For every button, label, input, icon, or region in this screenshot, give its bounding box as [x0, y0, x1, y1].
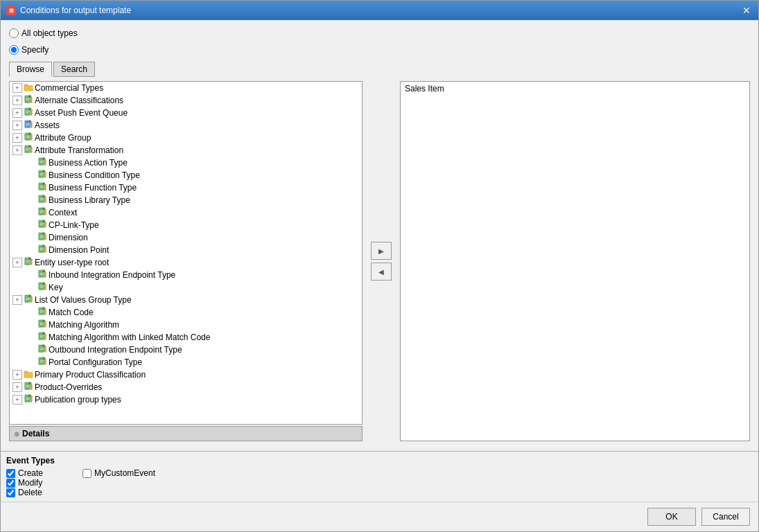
expand-icon[interactable]: + [12, 295, 22, 305]
expand-icon[interactable]: + [12, 83, 22, 93]
cancel-button[interactable]: Cancel [701, 508, 750, 526]
tree-node-label: Alternate Classifications [35, 96, 123, 105]
add-button[interactable]: ▶ [371, 242, 392, 260]
radio-specify-input[interactable] [9, 45, 19, 55]
expand-icon[interactable]: + [12, 258, 22, 267]
tree-node-label: CP-Link-Type [49, 220, 99, 230]
tree-node-icon [24, 82, 33, 94]
bottom-section: Event Types Create Modify Delete MyCusto… [1, 451, 758, 531]
tree-item[interactable]: Context [10, 206, 362, 219]
svg-rect-46 [45, 196, 46, 202]
svg-rect-5 [26, 100, 29, 100]
tree-node-label: Match Code [49, 308, 94, 317]
svg-rect-50 [40, 212, 43, 213]
tree-item[interactable]: Business Condition Type [10, 169, 362, 181]
close-button[interactable]: ✕ [740, 4, 753, 17]
tree-item[interactable]: + Assets [10, 119, 362, 132]
tree-item[interactable]: + Asset Push Event Queue [10, 107, 362, 119]
expand-icon[interactable]: + [12, 133, 22, 143]
svg-rect-10 [26, 112, 29, 113]
tree-node-label: Business Action Type [49, 158, 128, 168]
tree-item[interactable]: + List Of Values Group Type [10, 294, 362, 306]
svg-rect-61 [45, 233, 46, 240]
tree-item[interactable]: + Attribute Group [10, 132, 362, 144]
tree-container[interactable]: + Commercial Types + Alternate Classific… [9, 81, 363, 425]
tree-item[interactable]: + Commercial Types [10, 82, 362, 94]
tree-node-label: Business Condition Type [49, 170, 140, 180]
tree-item[interactable]: Match Code [10, 306, 362, 319]
svg-rect-111 [45, 358, 46, 364]
svg-rect-121 [26, 398, 30, 398]
svg-rect-39 [40, 186, 44, 186]
main-content: + Commercial Types + Alternate Classific… [9, 81, 750, 441]
tree-item[interactable]: Dimension Point [10, 244, 362, 256]
svg-rect-54 [40, 223, 44, 224]
tree-item[interactable]: Matching Algorithm with Linked Match Cod… [10, 331, 362, 344]
tab-browse[interactable]: Browse [9, 62, 52, 77]
tree-item[interactable]: Business Library Type [10, 194, 362, 206]
tree-node-label: Assets [35, 121, 60, 130]
svg-rect-115 [29, 382, 31, 384]
tree-node-icon [37, 282, 47, 294]
radio-specify: Specify [9, 44, 750, 56]
tree-node-label: Business Function Type [49, 183, 137, 193]
remove-button[interactable]: ◀ [371, 263, 392, 281]
svg-rect-93 [43, 319, 45, 321]
checkbox-delete[interactable] [6, 488, 15, 497]
tree-item[interactable]: + Primary Product Classification [10, 369, 362, 381]
expand-icon[interactable]: + [12, 395, 22, 405]
expand-icon[interactable]: + [12, 382, 22, 392]
svg-rect-0 [24, 85, 33, 91]
tree-item[interactable]: + Product-Overrides [10, 381, 362, 393]
tree-item[interactable]: CP-Link-Type [10, 219, 362, 231]
ok-button[interactable]: OK [647, 508, 696, 526]
radio-all-label: All object types [21, 28, 78, 38]
tree-node-label: Portal Configuration Type [49, 357, 142, 367]
tree-item[interactable]: Portal Configuration Type [10, 356, 362, 369]
checkbox-modify[interactable] [6, 479, 15, 488]
checkbox-my-custom[interactable] [82, 469, 91, 478]
svg-rect-100 [40, 337, 43, 337]
expand-icon[interactable]: + [12, 96, 22, 105]
tree-node-icon [37, 307, 47, 319]
left-panel: + Commercial Types + Alternate Classific… [9, 81, 363, 441]
details-bar: ⊕ Details [9, 426, 363, 441]
tree-node-icon [37, 207, 47, 219]
expand-icon[interactable]: + [12, 108, 22, 118]
svg-rect-105 [40, 349, 43, 350]
svg-rect-106 [45, 346, 46, 352]
tree-item[interactable]: + Entity user-type root [10, 256, 362, 269]
right-panel-item[interactable]: Sales Item [402, 83, 748, 94]
expand-icon[interactable]: + [12, 370, 22, 380]
custom-event-checkbox-row: MyCustomEvent [82, 468, 753, 478]
svg-rect-43 [43, 195, 45, 197]
svg-rect-33 [43, 170, 45, 172]
checkbox-label-delete: Delete [18, 488, 42, 497]
dialog-title: Conditions for output template [20, 6, 131, 15]
tree-item[interactable]: + Publication group types [10, 393, 362, 406]
tree-node-icon [37, 195, 47, 206]
svg-rect-63 [43, 245, 45, 247]
svg-rect-104 [40, 348, 44, 348]
tree-item[interactable]: Matching Algorithm [10, 319, 362, 331]
tree-item[interactable]: Key [10, 281, 362, 294]
tree-item[interactable]: Business Action Type [10, 157, 362, 169]
tree-item[interactable]: + Alternate Classifications [10, 94, 362, 107]
tree-item[interactable]: Inbound Integration Endpoint Type [10, 269, 362, 281]
tree-item[interactable]: Outbound Integration Endpoint Type [10, 344, 362, 356]
tree-item[interactable]: Dimension [10, 231, 362, 244]
checkbox-create[interactable] [6, 469, 15, 478]
right-panel[interactable]: Sales Item [400, 81, 750, 441]
svg-rect-53 [43, 220, 45, 222]
tree-item[interactable]: + Attribute Transformation [10, 144, 362, 157]
expand-icon[interactable]: + [12, 145, 22, 155]
tab-search[interactable]: Search [53, 62, 95, 77]
svg-rect-73 [43, 269, 45, 272]
dialog-footer: OK Cancel [1, 502, 758, 531]
tree-item[interactable]: Business Function Type [10, 181, 362, 194]
radio-all-input[interactable] [9, 28, 19, 38]
expand-icon[interactable]: + [12, 121, 22, 130]
svg-rect-45 [40, 200, 43, 200]
tree-node-label: Commercial Types [35, 83, 103, 93]
svg-rect-16 [31, 121, 33, 127]
